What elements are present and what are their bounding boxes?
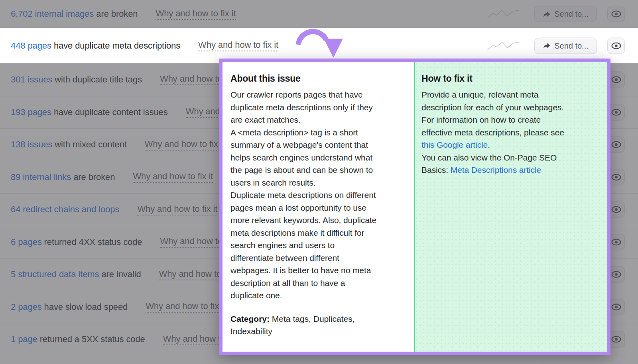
issue-row: 448 pages have duplicate meta descriptio…	[0, 28, 638, 63]
fix-text: Provide a unique, relevant meta descript…	[421, 90, 564, 137]
issue-text: have duplicate meta descriptions	[51, 41, 180, 51]
why-how-to-fix-link[interactable]: Why and how to fix it	[156, 8, 236, 20]
issue-text: have slow load speed	[42, 302, 128, 312]
issue-count-link[interactable]: 2 pages	[11, 302, 42, 312]
issue-count-link[interactable]: 6 pages	[11, 237, 42, 247]
eye-icon	[611, 141, 622, 149]
eye-icon	[611, 336, 622, 343]
eye-icon	[611, 10, 622, 18]
site-audit-issues-screen: 6,702 internal images are broken Why and…	[0, 0, 638, 364]
why-how-to-fix-link[interactable]: Why and how to fix it	[146, 301, 226, 313]
fix-title: How to fix it	[421, 73, 598, 84]
issue-text: returned a 5XX status code	[37, 334, 145, 344]
issue-text: returned 4XX status code	[42, 237, 142, 247]
issue-count-link[interactable]: 89 internal links	[11, 172, 71, 182]
issue-count-link[interactable]: 193 pages	[11, 107, 51, 117]
issue-count-link[interactable]: 138 issues	[11, 139, 52, 149]
why-how-to-fix-link[interactable]: Why and how to fix it	[145, 139, 225, 151]
about-this-issue-panel: About this issue Our crawler reports pag…	[223, 62, 414, 352]
why-how-to-fix-link[interactable]: Why and how to fix it	[198, 40, 278, 51]
eye-icon	[611, 42, 622, 49]
issue-count-link[interactable]: 64 redirect chains and loops	[11, 204, 119, 214]
issue-row: 6,702 internal images are broken Why and…	[0, 0, 638, 28]
issue-count-link[interactable]: 5 structured data items	[11, 269, 99, 279]
issue-details-popup: About this issue Our crawler reports pag…	[219, 59, 610, 355]
about-title: About this issue	[230, 73, 405, 84]
issue-text: are broken	[94, 9, 138, 19]
fix-body: Provide a unique, relevant meta descript…	[421, 88, 598, 176]
issue-text: are invalid	[99, 269, 141, 279]
trend-sparkline-icon	[487, 8, 519, 20]
share-arrow-icon	[543, 11, 551, 17]
trend-sparkline-icon	[487, 40, 519, 51]
issue-count-link[interactable]: 301 issues	[11, 74, 52, 84]
issue-count-link[interactable]: 1 page	[11, 334, 37, 344]
category-label: Category:	[230, 314, 270, 323]
eye-icon	[611, 206, 622, 213]
issue-count-link[interactable]: 448 pages	[11, 41, 51, 51]
eye-icon	[611, 76, 622, 83]
hide-issue-button[interactable]	[607, 6, 625, 22]
google-article-link[interactable]: this Google article	[421, 140, 488, 149]
issue-text: with mixed content	[52, 139, 126, 149]
eye-icon	[611, 108, 622, 116]
issue-text: with duplicate title tags	[52, 74, 142, 84]
how-to-fix-panel: How to fix it Provide a unique, relevant…	[414, 62, 607, 352]
why-how-to-fix-link[interactable]: Why and how to fix it	[137, 204, 217, 215]
issue-text: are broken	[71, 172, 115, 182]
category-line: Category: Meta tags, Duplicates, Indexab…	[230, 313, 405, 338]
eye-icon	[611, 173, 622, 181]
why-how-to-fix-link[interactable]: Why and how to fix it	[133, 171, 213, 183]
about-body: Our crawler reports pages that have dupl…	[230, 88, 405, 302]
issue-row: Send to...	[0, 356, 638, 364]
send-to-button[interactable]: Send to...	[534, 37, 597, 54]
issue-text: have duplicate content issues	[51, 107, 168, 117]
issue-count-link[interactable]: 6,702 internal images	[11, 9, 94, 19]
share-arrow-icon	[543, 43, 551, 49]
send-to-label: Send to...	[554, 10, 589, 19]
eye-icon	[611, 271, 622, 278]
eye-icon	[611, 303, 622, 311]
send-to-label: Send to...	[554, 41, 589, 50]
meta-descriptions-article-link[interactable]: Meta Descriptions article	[451, 165, 541, 174]
send-to-button[interactable]: Send to...	[534, 6, 597, 22]
hide-issue-button[interactable]	[607, 37, 625, 54]
eye-icon	[611, 238, 622, 246]
